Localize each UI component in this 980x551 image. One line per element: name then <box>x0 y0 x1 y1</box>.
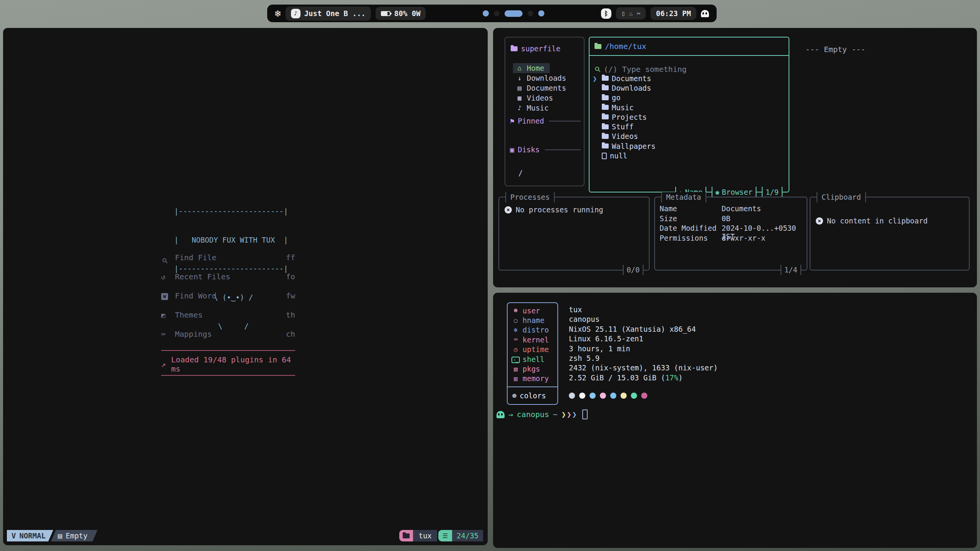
metadata-panel: Metadata NameDocuments Size0B Date Modif… <box>654 197 807 271</box>
menu-shortcut: fo <box>286 272 295 281</box>
file-name: Videos <box>612 132 638 140</box>
file-name: null <box>610 152 627 160</box>
panel-counter: 0/0 <box>623 265 644 275</box>
sidebar-item-home[interactable]: ⌂ Home <box>513 63 550 73</box>
menu-item-mappings[interactable]: ⌨ Mappings ch <box>161 328 295 340</box>
file-row[interactable]: Downloads <box>593 83 786 93</box>
file-icon: ▤ <box>58 531 62 540</box>
sidebar-item-downloads[interactable]: ↓ Downloads <box>513 73 581 83</box>
file-row[interactable]: Videos <box>593 132 786 141</box>
panel-counter: 1/4 <box>781 265 801 275</box>
file-status: Empty <box>66 531 88 540</box>
workspace-dot-3-active[interactable] <box>505 10 523 17</box>
palette-dot <box>590 393 596 399</box>
nixos-logo-icon[interactable]: ❄ <box>275 8 281 18</box>
bluetooth-icon[interactable]: ᛒ <box>601 8 611 19</box>
file-row[interactable]: Stuff <box>593 122 786 131</box>
metadata-row: NameDocuments <box>660 204 802 214</box>
message-label: No processes running <box>516 205 603 214</box>
file-name: Documents <box>612 74 651 83</box>
heat-icon[interactable]: ♨ <box>629 10 633 17</box>
sidebar-label: Videos <box>527 94 553 102</box>
view-toggle[interactable]: ◉ Browser <box>712 187 756 197</box>
palette-dot <box>579 393 585 399</box>
home-icon: ⌂ <box>516 64 523 72</box>
message-label: No content in clipboard <box>827 217 928 225</box>
value-memory: 2.52 GiB / 15.03 GiB (17%) <box>569 373 718 383</box>
file-name: Projects <box>612 113 647 121</box>
search-placeholder: (/) Type something <box>604 65 687 74</box>
clock-icon: ◷ <box>511 346 520 353</box>
phone-icon[interactable]: ▯ <box>621 10 625 17</box>
workspace-dot-5[interactable] <box>538 10 544 16</box>
sidebar-item-music[interactable]: ♪ Music <box>513 103 581 113</box>
file-row[interactable]: go <box>593 93 786 103</box>
music-note-icon: ♪ <box>516 104 523 112</box>
shell-prompt[interactable]: → canopus ~ ❯ ❯ ❯ <box>497 409 588 419</box>
metadata-row: Permissionsdrwxr-xr-x <box>660 234 802 244</box>
scissors-icon[interactable]: ✂ <box>637 10 640 17</box>
music-icon: ♪ <box>291 9 301 18</box>
prompt-host: canopus <box>517 410 549 419</box>
search-icon: ⚲ <box>593 64 602 74</box>
palette-icon: ☸ <box>512 391 516 400</box>
metadata-row: Size0B <box>660 214 802 224</box>
fastfetch-label-box: ☻ user ○ hname ❄ distro ⌨ kernel ◷ uptim… <box>507 302 558 405</box>
menu-item-find-file[interactable]: ⚲ Find File ff <box>161 252 295 263</box>
menu-item-themes[interactable]: ◩ Themes th <box>161 309 295 321</box>
divider <box>161 350 295 351</box>
music-widget[interactable]: ♪ Just One B ... <box>286 7 371 21</box>
folder-icon <box>602 76 609 81</box>
search-input[interactable]: ⚲ (/) Type something <box>595 65 687 74</box>
path-bar[interactable]: /home/tux <box>590 37 789 56</box>
file-row-selected[interactable]: ❯ Documents <box>593 73 786 83</box>
fetch-row-user: ☻ user <box>511 306 557 315</box>
startup-stats: ↗ Loaded 19/48 plugins in 64 ms <box>161 359 295 370</box>
sidebar-label: Downloads <box>527 74 566 82</box>
pinned-section-header: ⚑ Pinned <box>510 116 581 126</box>
startup-message: Loaded 19/48 plugins in 64 ms <box>171 355 295 373</box>
workspace-dot-1[interactable] <box>483 10 489 16</box>
fetch-row-pkgs: ▧ pkgs <box>511 364 557 373</box>
menu-item-recent-files[interactable]: ↺ Recent Files fo <box>161 271 295 282</box>
sidebar-item-documents[interactable]: ▤ Documents <box>513 83 581 93</box>
panel-title: Clipboard <box>817 192 866 202</box>
keyboard-icon: ⌨ <box>161 330 175 338</box>
file-row[interactable]: Music <box>593 103 786 112</box>
file-row[interactable]: Wallpapers <box>593 141 786 151</box>
battery-icon <box>381 11 390 16</box>
folder-icon <box>399 530 413 541</box>
fetch-row-distro: ❄ distro <box>511 325 557 335</box>
workspace-dot-2[interactable] <box>494 11 500 16</box>
superfile-window: superfile ⌂ Home ↓ Downloads ▤ Documents… <box>493 28 977 287</box>
counter-label: 1/9 <box>766 188 779 196</box>
palette-dot <box>631 393 637 399</box>
circle-icon: ○ <box>511 317 520 324</box>
sidebar-item-videos[interactable]: ▦ Videos <box>513 93 581 103</box>
menu-item-find-word[interactable]: W Find Word fw <box>161 290 295 302</box>
top-bar: ❄ ♪ Just One B ... 80% 0W ᛒ ▯ ♨ ✂ 06:23 … <box>267 5 717 22</box>
menu-label: Find File <box>175 253 216 262</box>
workspace-dot-4[interactable] <box>528 11 533 16</box>
file-name: Wallpapers <box>612 142 655 150</box>
sidebar-label: Documents <box>527 84 566 92</box>
ghost-icon[interactable] <box>701 10 709 17</box>
sidebar-item-root-disk[interactable]: / <box>518 169 523 177</box>
file-row[interactable]: Projects <box>593 112 786 122</box>
prompt-arrow: → <box>508 410 513 419</box>
value-user: tux <box>569 305 718 315</box>
package-icon: ▧ <box>511 365 520 373</box>
empty-preview-label: --- Empty --- <box>805 45 866 54</box>
file-row[interactable]: null <box>593 151 786 160</box>
clock-widget[interactable]: 06:23 PM <box>650 7 696 20</box>
fetch-row-uptime: ◷ uptime <box>511 345 557 354</box>
file-segment: ▤ Empty <box>51 530 98 541</box>
cursor-icon: ❯ <box>593 74 599 83</box>
fastfetch-values: tux canopus NixOS 25.11 (Xantusia) x86_6… <box>569 305 718 383</box>
folder-icon <box>602 95 609 100</box>
current-path: /home/tux <box>605 42 646 51</box>
sidebar-label: Home <box>527 64 544 72</box>
chevron-icon: ❯ <box>561 410 566 419</box>
x-circle-icon: × <box>816 217 823 225</box>
panel-title: Processes <box>505 192 555 202</box>
